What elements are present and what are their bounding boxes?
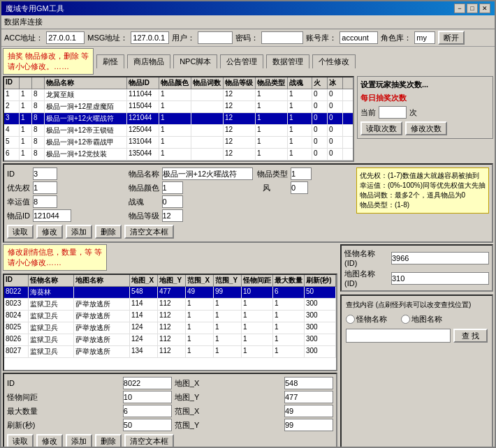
pwd-input[interactable] [261,31,303,44]
wind-input[interactable] [291,181,308,194]
close-button[interactable]: ✕ [479,3,490,13]
col-words: 物品词数 [191,77,224,89]
current-row: 当前 次 [360,106,490,119]
msg-label: MSG地址： [87,33,128,43]
monster-dist-input[interactable] [123,391,172,403]
monster-table-header: ID 怪物名称 地图名称 地图_X 地图_Y 范围_X 范围_Y 怪物间距 最大… [4,275,336,287]
col-fire: 火 [312,77,328,89]
read-item-button[interactable]: 读取 [7,225,34,239]
tab-announcement[interactable]: 公告管理 [220,54,263,68]
table-row[interactable]: 418 极品一洞+12帝王锁链 1250441 1211 00 [4,125,353,137]
monster-id-label: ID [7,379,120,387]
table-row[interactable]: 318 极品一洞+12火曜战符 1210441 1211 00 [4,113,353,125]
table-row[interactable]: 618 极品一洞+12党技装 1350441 1211 00 [4,149,353,160]
table-row[interactable]: 218 极品一洞+12星虚魔陌 1150441 1211 00 [4,101,353,113]
maximize-button[interactable]: □ [467,3,478,13]
tab-personal[interactable]: 个性修改 [312,54,356,68]
color-input[interactable] [162,181,183,194]
search-button[interactable]: 查 找 [453,329,488,343]
clear-item-button[interactable]: 清空文本框 [124,225,174,239]
soul-input[interactable] [162,195,183,208]
monster-action-buttons: 读取 修改 添加 删除 清空文本框 [7,434,333,447]
radio-map-label[interactable]: 地图名称 [401,314,442,324]
level-input[interactable] [162,209,183,222]
priority-input[interactable] [33,181,57,194]
table-row[interactable]: 8025 监狱卫兵 萨举放逃所 124112 11 11 300 [4,322,336,334]
read-lottery-button[interactable]: 读取次数 [360,121,402,135]
monster-table-scroll[interactable]: ID 怪物名称 地图名称 地图_X 地图_Y 范围_X 范围_Y 怪物间距 最大… [4,275,336,370]
table-row[interactable]: 118 龙翼至颠 1110441 1211 00 [4,89,353,101]
luck-input[interactable] [33,195,57,208]
type-label: 物品类型 [257,169,288,179]
monster-refresh-input[interactable] [123,419,172,431]
tab-npc-script[interactable]: NPC脚本 [173,54,217,68]
monster-map-y-label: 地图_Y [175,392,282,403]
tab-shop-items[interactable]: 商店物品 [127,54,170,68]
role-input[interactable] [414,31,435,44]
add-monster-button[interactable]: 添加 [66,434,92,447]
read-monster-button[interactable]: 读取 [7,434,34,447]
table-row[interactable]: 8027 监狱卫兵 萨举放逃所 134112 11 11 300 [4,346,336,358]
items-table-header: ID 物品名称 物品ID 物品颜色 物品词数 物品等级 物品类型 战魂 火 冰 [4,77,353,89]
type-input[interactable] [291,167,312,180]
delete-monster-button[interactable]: 删除 [95,434,122,447]
msg-address-input[interactable] [131,31,169,44]
monster-detail-panel: ID 地图_X 怪物间距 地图_Y 最大数量 范围_X 刷新(秒) [3,373,337,447]
db-input[interactable] [340,31,378,44]
monster-max-input[interactable] [123,405,172,417]
main-window: 魔域专用GM工具 − □ ✕ 数据库连接 ACC地址： MSG地址： 用户： 密… [0,0,496,448]
monster-refresh-label: 刷新(秒) [7,420,120,431]
lottery-title: 设置玩家抽奖次数... [360,80,490,90]
add-item-button[interactable]: 添加 [66,225,92,239]
db-label: 账号库： [306,33,337,43]
table-row[interactable]: 518 极品一洞+12帝霸战甲 1310441 1211 00 [4,137,353,149]
acc-label: ACC地址： [4,33,43,43]
priority-label: 优先权 [7,183,30,193]
acc-address-input[interactable] [46,31,85,44]
tooltip1-line1: 抽奖 物品修改，删除 等 [8,51,89,61]
id-input[interactable] [33,167,57,180]
monster-map-y-input[interactable] [284,391,333,403]
minimize-button[interactable]: − [454,3,465,13]
table-row[interactable]: 8024 监狱卫兵 萨举放逃所 114112 11 11 300 [4,311,336,322]
user-input[interactable] [198,31,233,44]
monster-name-id-input[interactable] [391,252,489,264]
item-id-detail-input[interactable] [33,209,71,222]
monster-name-label: 怪物名称 (ID) [344,248,388,267]
table-row[interactable]: 8023 监狱卫兵 萨举放逃所 114112 11 11 300 [4,299,336,311]
radio-monster-label[interactable]: 怪物名称 [346,314,387,324]
col-soul: 战魂 [288,77,312,89]
color-label: 物品颜色 [129,183,159,193]
radio-monster[interactable] [346,315,355,324]
delete-item-button[interactable]: 删除 [95,225,122,239]
clear-monster-button[interactable]: 清空文本框 [124,434,174,447]
monster-detail-grid: ID 地图_X 怪物间距 地图_Y 最大数量 范围_X 刷新(秒) [7,377,333,431]
modify-lottery-button[interactable]: 修改次数 [405,121,447,135]
luck-label: 幸运值 [7,197,30,207]
monster-table-area: ID 怪物名称 地图名称 地图_X 地图_Y 范围_X 范围_Y 怪物间距 最大… [3,274,337,371]
item-name-input[interactable] [162,167,253,180]
col-item-id: 物品ID [127,77,159,89]
monster-range-y-input[interactable] [284,419,333,431]
tab-data-mgmt[interactable]: 数据管理 [266,54,309,68]
monster-id-input[interactable] [123,377,172,389]
current-label: 当前 [360,107,376,118]
item-id-label: 物品ID [7,211,30,221]
monster-name-panel: 怪物名称 (ID) 地图名称 (ID) [340,244,493,292]
disconnect-button[interactable]: 断开 [438,31,465,45]
map-name-id-input[interactable] [391,272,489,285]
monster-map-x-input[interactable] [284,377,333,389]
tab-refresh[interactable]: 刷怪 [96,54,124,68]
radio-map[interactable] [401,315,410,324]
modify-item-button[interactable]: 修改 [36,225,63,239]
modify-monster-button[interactable]: 修改 [36,434,63,447]
user-label: 用户： [172,33,195,43]
table-row[interactable]: 8026 监狱卫兵 萨举放逃所 124112 11 11 300 [4,334,336,346]
lottery-panel: 设置玩家抽奖次数... 每日抽奖次数 当前 次 读取次数 修改次数 [357,76,493,139]
table-row[interactable]: 8022 海葵林 548477 4999 106 50 [4,287,336,299]
monster-range-x-input[interactable] [284,405,333,417]
col-type: 物品类型 [256,77,288,89]
lottery-current-input[interactable] [379,106,407,119]
menubar-label: 数据库连接 [4,17,43,26]
search-input[interactable] [346,329,451,343]
